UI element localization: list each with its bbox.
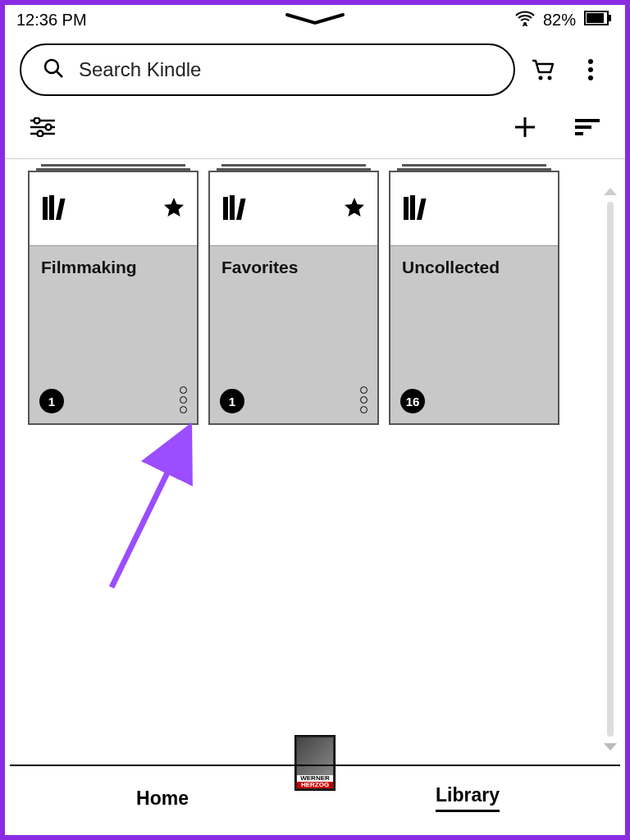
- svg-point-0: [523, 22, 527, 25]
- svg-rect-22: [43, 197, 48, 220]
- library-icon: [402, 194, 433, 225]
- battery-icon: [584, 11, 612, 30]
- search-placeholder: Search Kindle: [79, 58, 201, 81]
- svg-rect-24: [56, 199, 66, 220]
- overflow-menu-button[interactable]: [571, 50, 610, 89]
- search-icon: [43, 57, 64, 82]
- library-icon: [41, 194, 72, 225]
- clock: 12:36 PM: [16, 11, 87, 30]
- svg-line-31: [112, 427, 189, 587]
- svg-point-16: [38, 131, 43, 137]
- svg-rect-30: [417, 199, 427, 220]
- svg-rect-23: [49, 195, 54, 220]
- star-icon: [162, 196, 185, 222]
- bottom-nav: Home Library: [10, 765, 620, 830]
- svg-rect-25: [223, 197, 228, 220]
- collection-title: Favorites: [210, 246, 377, 277]
- scrollbar[interactable]: [600, 185, 620, 753]
- svg-point-9: [588, 67, 593, 72]
- svg-rect-27: [236, 199, 246, 220]
- nav-home[interactable]: Home: [10, 766, 315, 830]
- nav-library[interactable]: Library: [315, 766, 620, 830]
- collection-title: Filmmaking: [30, 246, 197, 277]
- collection-card[interactable]: Uncollected 16: [389, 171, 559, 425]
- annotation-arrow: [103, 415, 218, 596]
- drag-handle-icon[interactable]: [282, 11, 348, 31]
- svg-point-14: [46, 125, 52, 130]
- battery-percent: 82%: [543, 11, 576, 30]
- svg-point-6: [539, 76, 543, 80]
- wifi-icon: [515, 10, 535, 30]
- svg-rect-26: [230, 195, 235, 220]
- svg-point-10: [588, 75, 593, 80]
- collection-title: Uncollected: [390, 246, 558, 277]
- count-badge: 16: [400, 389, 425, 413]
- svg-rect-29: [410, 195, 415, 220]
- svg-rect-3: [609, 15, 611, 21]
- collection-card[interactable]: Filmmaking 1: [28, 171, 199, 425]
- sort-button[interactable]: [568, 107, 607, 147]
- collection-card[interactable]: Favorites 1: [208, 171, 379, 425]
- scroll-up-icon[interactable]: [602, 185, 619, 197]
- svg-rect-28: [404, 197, 409, 220]
- svg-line-5: [57, 71, 62, 77]
- search-input[interactable]: Search Kindle: [20, 43, 515, 96]
- count-badge: 1: [39, 389, 64, 413]
- svg-point-12: [34, 118, 40, 124]
- cart-button[interactable]: [523, 50, 563, 89]
- scroll-down-icon[interactable]: [602, 742, 619, 753]
- filter-button[interactable]: [23, 107, 62, 147]
- star-icon: [343, 196, 366, 222]
- library-icon: [221, 194, 253, 225]
- svg-rect-2: [587, 13, 604, 23]
- svg-point-8: [588, 59, 593, 64]
- card-menu-button[interactable]: [360, 386, 368, 413]
- add-button[interactable]: [505, 107, 545, 147]
- svg-point-7: [548, 76, 552, 80]
- collections-grid: Filmmaking 1 Favorites: [5, 159, 625, 425]
- count-badge: 1: [220, 389, 244, 413]
- svg-point-4: [45, 60, 58, 73]
- card-menu-button[interactable]: [180, 386, 187, 413]
